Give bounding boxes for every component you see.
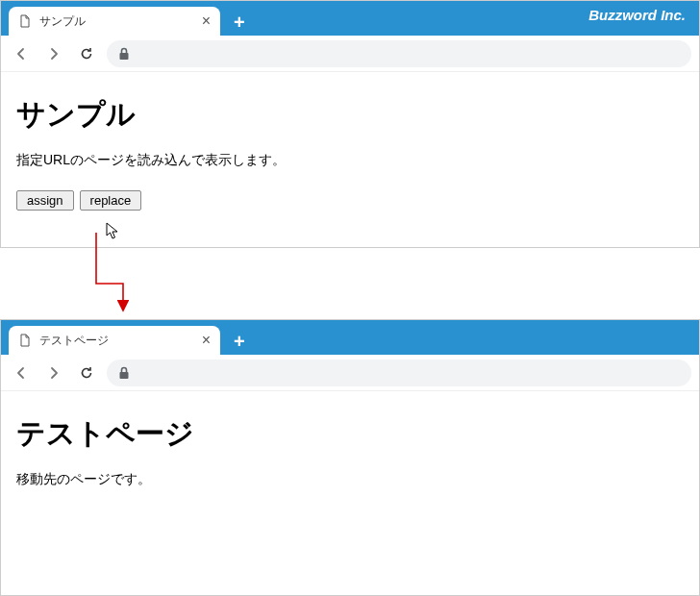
lock-icon [118, 47, 130, 61]
file-icon [18, 334, 32, 347]
toolbar [1, 36, 699, 72]
url-bar[interactable] [107, 360, 691, 386]
browser-window-2: テストページ × + テストページ 移動先のページです。 [0, 319, 700, 596]
browser-tab[interactable]: テストページ × [9, 326, 220, 355]
page-description: 指定URLのページを読み込んで表示します。 [16, 152, 684, 169]
forward-button[interactable] [41, 41, 66, 66]
titlebar: テストページ × + [1, 320, 699, 355]
reload-button[interactable] [74, 41, 99, 66]
file-icon [18, 14, 32, 28]
browser-tab[interactable]: サンプル × [9, 7, 220, 36]
toolbar [1, 355, 699, 391]
forward-button[interactable] [41, 360, 66, 385]
new-tab-button[interactable]: + [220, 12, 259, 36]
svg-rect-0 [120, 53, 129, 60]
brand-label: Buzzword Inc. [588, 7, 686, 23]
svg-rect-1 [120, 372, 129, 379]
titlebar: サンプル × + Buzzword Inc. [1, 1, 699, 36]
browser-window-1: サンプル × + Buzzword Inc. サンプル 指定URLのページを読み… [0, 0, 700, 248]
assign-button[interactable]: assign [16, 190, 74, 211]
tab-label: サンプル [39, 13, 194, 30]
close-icon[interactable]: × [202, 333, 211, 348]
page-heading: サンプル [16, 95, 684, 135]
page-description: 移動先のページです。 [16, 471, 684, 488]
lock-icon [118, 366, 130, 380]
reload-button[interactable] [74, 360, 99, 385]
new-tab-button[interactable]: + [220, 332, 259, 355]
page-heading: テストページ [16, 414, 684, 454]
back-button[interactable] [9, 41, 34, 66]
close-icon[interactable]: × [202, 13, 211, 29]
back-button[interactable] [9, 360, 34, 385]
button-row: assign replace [16, 190, 684, 211]
page-content: テストページ 移動先のページです。 [1, 391, 699, 523]
page-content: サンプル 指定URLのページを読み込んで表示します。 assign replac… [1, 72, 699, 224]
url-bar[interactable] [107, 40, 691, 67]
tab-label: テストページ [39, 333, 194, 349]
replace-button[interactable]: replace [80, 190, 142, 211]
